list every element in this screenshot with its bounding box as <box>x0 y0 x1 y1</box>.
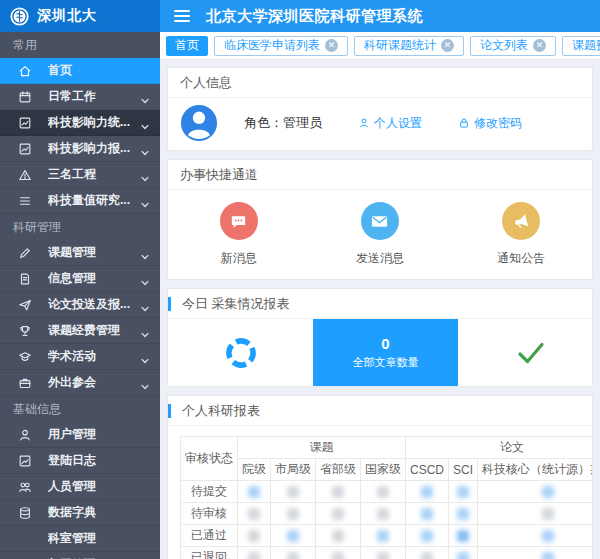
chevron-down-icon <box>140 196 150 206</box>
redacted-cell-value[interactable] <box>478 503 592 525</box>
today-report-card: 今日 采集情况报表 0全部文章数量 <box>167 288 593 387</box>
tab-科研课题统计[interactable]: 科研课题统计✕ <box>354 36 464 56</box>
redacted-cell-value[interactable] <box>478 525 592 547</box>
redacted-cell-value[interactable] <box>238 503 271 525</box>
redacted-cell-value[interactable] <box>449 547 478 559</box>
redacted-cell-value[interactable] <box>406 547 449 559</box>
sidebar-item-课题管理[interactable]: 课题管理 <box>0 240 160 266</box>
brand-logo-area[interactable]: 深圳北大 <box>0 0 160 32</box>
redacted-blob <box>457 486 469 498</box>
redacted-cell-value[interactable] <box>271 547 316 559</box>
sidebar-item-课题经费管理[interactable]: 课题经费管理 <box>0 318 160 344</box>
redacted-cell-value[interactable] <box>238 525 271 547</box>
redacted-cell-value[interactable] <box>449 481 478 503</box>
tab-课题费用报表[interactable]: 课题费用报表✕ <box>562 36 600 56</box>
table-row: 待审核 <box>181 503 593 525</box>
content-scroll-area[interactable]: 个人信息 角色：管理员 个人设置 <box>160 60 600 559</box>
redacted-blob <box>377 530 389 542</box>
tab-label: 临床医学申请列表 <box>224 37 320 54</box>
redacted-cell-value[interactable] <box>361 481 406 503</box>
tab-label: 首页 <box>175 37 199 54</box>
redacted-blob <box>332 552 344 559</box>
sidebar-item-科技影响力统[interactable]: 科技影响力统... <box>0 110 160 136</box>
menu-toggle-icon[interactable] <box>174 10 190 22</box>
sidebar-item-label: 科技量值研究... <box>48 192 140 209</box>
row-label: 已通过 <box>181 525 238 547</box>
redacted-cell-value[interactable] <box>316 525 361 547</box>
today-report-title: 今日 采集情况报表 <box>168 289 592 319</box>
sidebar-item-外出参会[interactable]: 外出参会 <box>0 370 160 396</box>
redacted-cell-value[interactable] <box>478 547 592 559</box>
tab-close-icon[interactable]: ✕ <box>533 39 546 52</box>
quick-channel-通知公告[interactable]: 通知公告 <box>451 202 592 267</box>
col-header-review-status: 审核状态 <box>181 437 238 481</box>
redacted-cell-value[interactable] <box>361 503 406 525</box>
tab-首页[interactable]: 首页 <box>166 36 208 56</box>
redacted-blob <box>332 486 344 498</box>
redacted-cell-value[interactable] <box>449 525 478 547</box>
redacted-cell-value[interactable] <box>238 547 271 559</box>
none-icon <box>18 531 33 546</box>
table-row: 待提交 <box>181 481 593 503</box>
sidebar-item-用户管理[interactable]: 用户管理 <box>0 422 160 448</box>
table-row: 已退回 <box>181 547 593 559</box>
quick-channel-发送消息[interactable]: 发送消息 <box>309 202 450 267</box>
redacted-cell-value[interactable] <box>406 525 449 547</box>
sidebar-item-日常工作[interactable]: 日常工作 <box>0 84 160 110</box>
tab-close-icon[interactable]: ✕ <box>325 39 338 52</box>
redacted-cell-value[interactable] <box>316 503 361 525</box>
chevron-down-icon <box>140 274 150 284</box>
redacted-cell-value[interactable] <box>238 481 271 503</box>
redacted-cell-value[interactable] <box>271 481 316 503</box>
tab-临床医学申请列表[interactable]: 临床医学申请列表✕ <box>214 36 348 56</box>
redacted-cell-value[interactable] <box>271 503 316 525</box>
sidebar-item-数据字典[interactable]: 数据字典 <box>0 500 160 526</box>
sidebar-item-三名工程[interactable]: 三名工程 <box>0 162 160 188</box>
sidebar-item-学术活动[interactable]: 学术活动 <box>0 344 160 370</box>
sidebar-item-label: 课题经费管理 <box>48 322 140 339</box>
redacted-cell-value[interactable] <box>406 503 449 525</box>
redacted-cell-value[interactable] <box>449 503 478 525</box>
personal-settings-link[interactable]: 个人设置 <box>358 115 422 132</box>
redacted-cell-value[interactable] <box>361 525 406 547</box>
sidebar-item-权限管理[interactable]: 权限管理 <box>0 552 160 559</box>
stat-box-loading[interactable] <box>168 319 313 386</box>
quick-channel-label: 发送消息 <box>356 250 404 267</box>
redacted-blob <box>542 486 554 498</box>
sidebar-item-科技量值研究[interactable]: 科技量值研究... <box>0 188 160 214</box>
redacted-cell-value[interactable] <box>271 525 316 547</box>
sidebar-item-信息管理[interactable]: 信息管理 <box>0 266 160 292</box>
sidebar-item-科室管理[interactable]: 科室管理 <box>0 526 160 552</box>
redacted-cell-value[interactable] <box>478 481 592 503</box>
sidebar-item-label: 外出参会 <box>48 374 140 391</box>
redacted-cell-value[interactable] <box>316 481 361 503</box>
redacted-blob <box>332 508 344 520</box>
checkmark-icon <box>514 339 548 367</box>
sidebar-item-label: 登陆日志 <box>48 452 150 469</box>
stat-box-check[interactable] <box>458 319 592 386</box>
avatar[interactable] <box>180 104 218 142</box>
redacted-blob <box>287 530 299 542</box>
sidebar-item-人员管理[interactable]: 人员管理 <box>0 474 160 500</box>
redacted-cell-value[interactable] <box>361 547 406 559</box>
research-report-card: 个人科研报表 审核状态课题论文院级市局级省部级国家级CSCDSCI科技核心（统计… <box>167 395 593 559</box>
tab-论文列表[interactable]: 论文列表✕ <box>470 36 556 56</box>
sidebar-item-首页[interactable]: 首页 <box>0 58 160 84</box>
sidebar-item-论文投送及报[interactable]: 论文投送及报... <box>0 292 160 318</box>
megaphone-icon <box>502 202 540 240</box>
tab-close-icon[interactable]: ✕ <box>441 39 454 52</box>
sidebar-section-header: 基础信息 <box>0 396 160 422</box>
sidebar-item-label: 论文投送及报... <box>48 296 140 313</box>
chevron-down-icon <box>140 248 150 258</box>
sidebar-item-科技影响力报[interactable]: 科技影响力报... <box>0 136 160 162</box>
change-password-link[interactable]: 修改密码 <box>458 115 522 132</box>
stat-box-article-count[interactable]: 0全部文章数量 <box>313 319 458 386</box>
sidebar-item-label: 科技影响力统... <box>48 114 140 131</box>
redacted-cell-value[interactable] <box>316 547 361 559</box>
tab-label: 课题费用报表 <box>572 37 600 54</box>
lock-icon <box>458 117 470 129</box>
sidebar-item-登陆日志[interactable]: 登陆日志 <box>0 448 160 474</box>
quick-channel-新消息[interactable]: 新消息 <box>168 202 309 267</box>
col-header-院级: 院级 <box>238 459 271 481</box>
redacted-cell-value[interactable] <box>406 481 449 503</box>
